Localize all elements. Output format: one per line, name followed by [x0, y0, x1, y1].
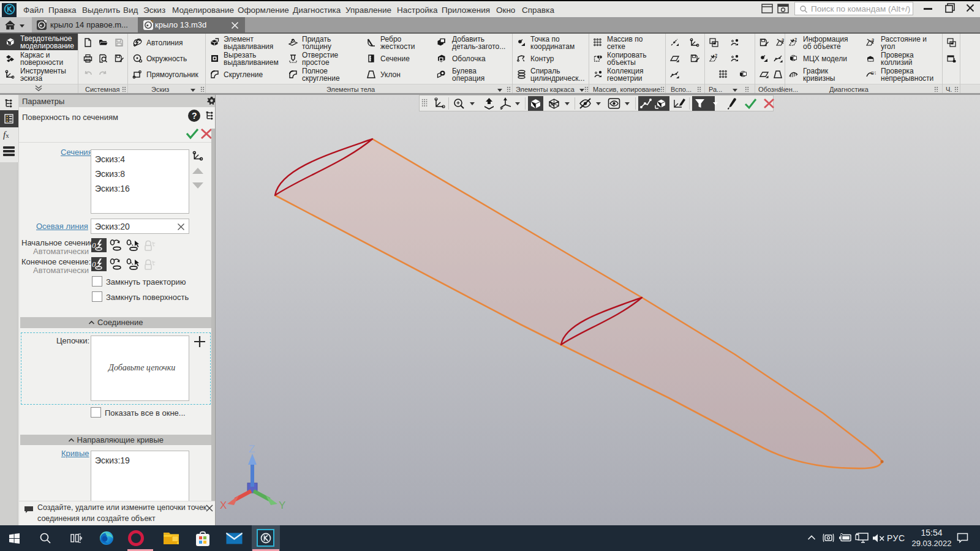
svg-text:X: X — [220, 500, 227, 511]
svg-text:Y: Y — [279, 500, 285, 511]
svg-text:Z: Z — [249, 443, 255, 455]
